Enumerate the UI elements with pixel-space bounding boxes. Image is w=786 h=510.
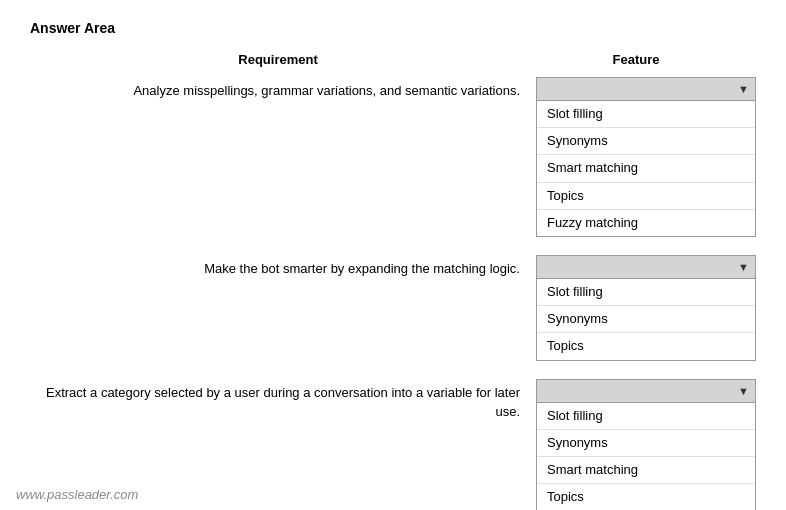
list-item[interactable]: Slot filling <box>537 101 755 128</box>
dropdown-list: Slot fillingSynonymsSmart matchingTopics… <box>536 101 756 237</box>
dropdown-list: Slot fillingSynonymsSmart matchingTopics <box>536 403 756 511</box>
dropdown-header[interactable]: ▼ <box>536 379 756 403</box>
list-item[interactable]: Synonyms <box>537 306 755 333</box>
requirement-header: Requirement <box>30 52 526 67</box>
watermark: www.passleader.com <box>16 487 138 502</box>
chevron-down-icon: ▼ <box>738 83 749 95</box>
answer-area-title: Answer Area <box>30 20 756 36</box>
dropdown-header[interactable]: ▼ <box>536 255 756 279</box>
table-row: Extract a category selected by a user du… <box>30 379 756 511</box>
chevron-down-icon: ▼ <box>738 261 749 273</box>
list-item[interactable]: Topics <box>537 183 755 210</box>
list-item[interactable]: Slot filling <box>537 403 755 430</box>
feature-dropdown[interactable]: ▼Slot fillingSynonymsSmart matchingTopic… <box>536 379 756 511</box>
requirement-text: Extract a category selected by a user du… <box>30 379 536 422</box>
list-item[interactable]: Smart matching <box>537 457 755 484</box>
list-item[interactable]: Fuzzy matching <box>537 210 755 236</box>
list-item[interactable]: Smart matching <box>537 155 755 182</box>
list-item[interactable]: Synonyms <box>537 128 755 155</box>
dropdown-header[interactable]: ▼ <box>536 77 756 101</box>
list-item[interactable]: Topics <box>537 333 755 359</box>
chevron-down-icon: ▼ <box>738 385 749 397</box>
feature-header: Feature <box>526 52 746 67</box>
requirement-text: Make the bot smarter by expanding the ma… <box>30 255 536 279</box>
list-item[interactable]: Synonyms <box>537 430 755 457</box>
feature-dropdown[interactable]: ▼Slot fillingSynonymsTopics <box>536 255 756 361</box>
table-row: Make the bot smarter by expanding the ma… <box>30 255 756 361</box>
table-row: Analyze misspellings, grammar variations… <box>30 77 756 237</box>
list-item[interactable]: Topics <box>537 484 755 510</box>
feature-dropdown[interactable]: ▼Slot fillingSynonymsSmart matchingTopic… <box>536 77 756 237</box>
requirement-text: Analyze misspellings, grammar variations… <box>30 77 536 101</box>
dropdown-list: Slot fillingSynonymsTopics <box>536 279 756 361</box>
list-item[interactable]: Slot filling <box>537 279 755 306</box>
